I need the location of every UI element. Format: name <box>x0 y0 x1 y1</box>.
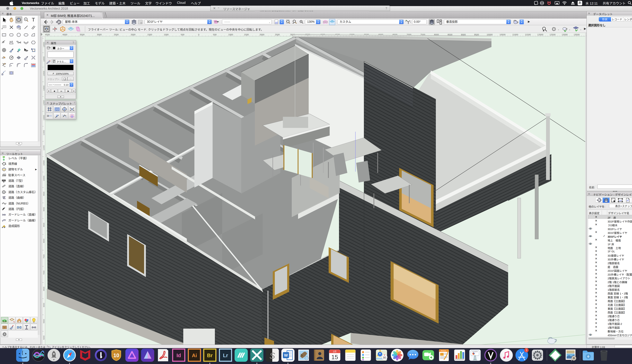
svg-text:Ai: Ai <box>192 352 197 358</box>
svg-text:15: 15 <box>331 354 338 360</box>
svg-text:Lr: Lr <box>223 352 228 358</box>
svg-text:3D: 3D <box>383 356 386 359</box>
svg-text:x: x <box>410 21 411 23</box>
svg-text:10: 10 <box>114 352 119 358</box>
svg-text:Br: Br <box>207 352 213 358</box>
svg-text:S: S <box>270 351 275 360</box>
svg-text:KEYNOTE: KEYNOTE <box>472 351 478 352</box>
svg-text:1月: 1月 <box>333 350 336 353</box>
svg-text:PAGES: PAGES <box>441 350 446 352</box>
svg-text:W: W <box>284 353 288 358</box>
svg-text:T: T <box>32 17 35 22</box>
svg-text:Id: Id <box>176 352 181 358</box>
svg-text:y: y <box>406 20 406 22</box>
